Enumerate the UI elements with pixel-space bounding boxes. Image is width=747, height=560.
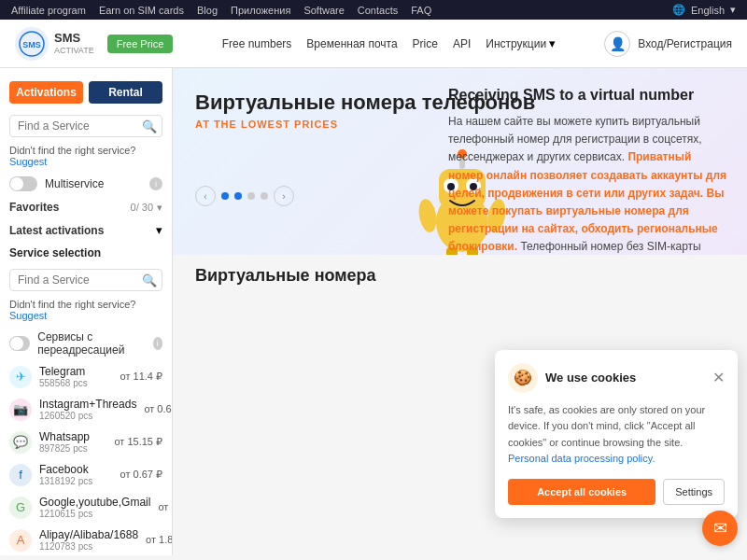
service-price: от 11.4 ₽: [120, 371, 162, 383]
header-left: SMS SMS ACTIVATE Free Price: [15, 27, 173, 61]
service-list-item[interactable]: G Google,youtube,Gmail 1210615 pcs от 3 …: [0, 491, 172, 524]
favorites-right: 0/ 30 ▾: [131, 202, 162, 214]
instructions-chevron-icon: ▾: [549, 36, 556, 50]
auth-label: Вход/Регистрация: [638, 37, 732, 50]
service-name: Telegram: [39, 365, 113, 378]
free-price-button[interactable]: Free Price: [107, 35, 174, 53]
slider-dot-2: [234, 192, 242, 200]
multiservice-toggle[interactable]: [9, 176, 37, 191]
service-list-item[interactable]: ✈ Telegram 558568 pcs от 11.4 ₽: [0, 360, 172, 393]
cookie-title: We use cookies: [545, 371, 636, 385]
service-price: от 1.8 ₽: [146, 534, 173, 546]
multiservice-label: Multiservice: [45, 177, 104, 190]
service-icon: 📷: [9, 399, 32, 421]
contacts-link[interactable]: Contacts: [358, 5, 398, 16]
redirect-services-row: Сервисы с переадресацией i: [0, 327, 172, 360]
activations-tab[interactable]: Activations: [9, 81, 83, 104]
redirect-toggle[interactable]: [9, 336, 30, 351]
free-numbers-link[interactable]: Free numbers: [222, 37, 292, 50]
service-icon: G: [9, 497, 32, 519]
multiservice-row: Multiservice i: [0, 173, 172, 195]
favorites-label: Favorites: [9, 201, 59, 214]
service-name: Whatsapp: [39, 430, 106, 443]
multiservice-info-icon[interactable]: i: [149, 177, 162, 190]
top-bar: Affiliate program Earn on SIM cards Blog…: [0, 0, 747, 20]
software-link[interactable]: Software: [303, 5, 344, 16]
suggest2-label: Didn't find the right service?: [9, 299, 135, 310]
slider-prev-button[interactable]: ‹: [195, 186, 216, 206]
header-nav: Free numbers Временная почта Price API И…: [222, 36, 556, 50]
service-selection-search-input[interactable]: [9, 269, 162, 291]
service-name: Alipay/Alibaba/1688: [39, 528, 138, 541]
logo[interactable]: SMS SMS ACTIVATE: [15, 27, 94, 61]
service-info: Alipay/Alibaba/1688 1120783 pcs: [39, 528, 138, 552]
cookie-body-text: It's safe, as cookies are only stored on…: [508, 404, 705, 448]
service-info: Facebook 1318192 pcs: [39, 463, 113, 486]
service-selection-search-icon-button[interactable]: 🔍: [142, 273, 157, 287]
service-list-item[interactable]: 📷 Instagram+Threads 1260520 pcs от 0.67 …: [0, 393, 172, 426]
service-price: от 0.67 ₽: [120, 469, 162, 481]
latest-activations-section[interactable]: Latest activations ▾: [0, 217, 172, 241]
faq-link[interactable]: FAQ: [411, 5, 431, 16]
cookie-privacy-link[interactable]: Personal data processing policy.: [508, 453, 655, 464]
service-list-item[interactable]: 💬 Whatsapp 897825 pcs от 15.15 ₽: [0, 426, 172, 458]
hero-section: Виртуальные номера телефонов AT THE LOWE…: [173, 68, 747, 255]
service-list-item[interactable]: A Alipay/Alibaba/1688 1120783 pcs от 1.8…: [0, 524, 172, 555]
service-selection-title: Service selection: [0, 241, 172, 263]
apps-link[interactable]: Приложения: [231, 5, 290, 16]
service-info: Instagram+Threads 1260520 pcs: [39, 398, 136, 421]
instructions-link[interactable]: Инструкции: [486, 37, 546, 50]
service-count: 897825 pcs: [39, 443, 106, 454]
suggest-link[interactable]: Suggest: [9, 156, 47, 167]
globe-icon: 🌐: [672, 4, 685, 16]
api-link[interactable]: API: [453, 37, 471, 50]
cookie-text: It's safe, as cookies are only stored on…: [508, 402, 725, 468]
redirect-info-icon[interactable]: i: [153, 337, 162, 350]
service-search-icon-button[interactable]: 🔍: [142, 119, 157, 133]
suggest-label: Didn't find the right service?: [9, 145, 135, 156]
cookie-settings-button[interactable]: Settings: [663, 479, 725, 505]
toggle-knob: [10, 177, 23, 190]
cookie-banner: 🍪 We use cookies ✕ It's safe, as cookies…: [495, 350, 738, 518]
favorites-section[interactable]: Favorites 0/ 30 ▾: [0, 195, 172, 217]
affiliate-link[interactable]: Affiliate program: [11, 5, 86, 16]
tab-row: Activations Rental: [0, 76, 172, 109]
suggest2-link[interactable]: Suggest: [9, 310, 47, 321]
logo-text-wrap: SMS ACTIVATE: [54, 32, 94, 54]
slider-dot-1: [221, 192, 229, 200]
service-count: 558568 pcs: [39, 378, 113, 388]
main-content: Виртуальные номера телефонов AT THE LOWE…: [173, 68, 747, 555]
right-panel: Receiving SMS to a virtual number На наш…: [430, 68, 747, 255]
auth-button[interactable]: 👤 Вход/Регистрация: [604, 31, 732, 57]
right-panel-title: Receiving SMS to a virtual number: [448, 87, 728, 104]
blog-link[interactable]: Blog: [197, 5, 218, 16]
service-price: от 0.67 ₽: [144, 403, 173, 415]
language-selector[interactable]: 🌐 English ▾: [672, 4, 736, 16]
cookie-close-button[interactable]: ✕: [712, 371, 725, 385]
main-layout: Activations Rental 🔍 Didn't find the rig…: [0, 68, 747, 555]
slider-next-button[interactable]: ›: [274, 186, 294, 206]
cookie-title-row: 🍪 We use cookies: [508, 363, 636, 393]
temp-mail-link[interactable]: Временная почта: [306, 37, 397, 50]
service-count: 1210615 pcs: [39, 509, 150, 519]
service-name: Facebook: [39, 463, 113, 476]
service-name: Instagram+Threads: [39, 398, 136, 411]
suggest2-text: Didn't find the right service? Suggest: [0, 297, 172, 327]
redirect-toggle-knob: [10, 337, 23, 350]
cookie-accept-button[interactable]: Accept all cookies: [508, 479, 655, 505]
chat-bubble[interactable]: ✉: [702, 511, 738, 546]
service-price: от 3 ₽: [158, 501, 173, 513]
price-link[interactable]: Price: [413, 37, 438, 50]
rental-tab[interactable]: Rental: [89, 81, 162, 104]
sidebar: Activations Rental 🔍 Didn't find the rig…: [0, 68, 173, 555]
sim-cards-link[interactable]: Earn on SIM cards: [99, 5, 184, 16]
language-label: English: [691, 5, 725, 16]
bottom-title: Виртуальные номера: [173, 255, 747, 293]
service-list-item[interactable]: f Facebook 1318192 pcs от 0.67 ₽: [0, 458, 172, 491]
suggest-text: Didn't find the right service? Suggest: [0, 143, 172, 173]
right-text-highlight: Приватный номер онлайн позволяет создава…: [448, 150, 726, 253]
instructions-nav[interactable]: Инструкции ▾: [486, 36, 556, 50]
service-search-input[interactable]: [9, 115, 162, 137]
redirect-services-label: Сервисы с переадресацией: [37, 330, 145, 357]
service-info: Google,youtube,Gmail 1210615 pcs: [39, 496, 150, 519]
